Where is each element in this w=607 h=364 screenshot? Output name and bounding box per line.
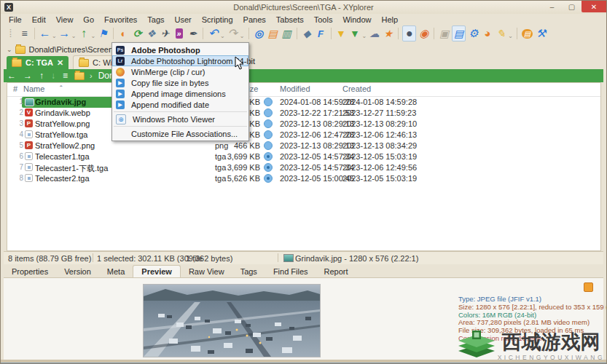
forward-dropdown[interactable]: ⌄ xyxy=(71,33,77,39)
tab-report[interactable]: Report xyxy=(316,266,356,277)
preview-corner-button[interactable] xyxy=(584,282,593,292)
menu-help[interactable]: Help xyxy=(377,15,404,25)
tab-tags[interactable]: Tags xyxy=(232,266,265,277)
menu-item-copy-file-size[interactable]: ▶ Copy file size in bytes xyxy=(112,77,248,88)
tag-circle-icon[interactable] xyxy=(264,119,273,128)
panes-button[interactable]: ▣ xyxy=(438,26,450,41)
highlights-button[interactable]: ★ xyxy=(382,26,394,41)
copy-button[interactable]: ▤ xyxy=(267,26,279,41)
tag-circle-icon[interactable] xyxy=(264,174,273,183)
tag-circle-icon[interactable] xyxy=(264,152,273,161)
mirror-button[interactable]: ◐ xyxy=(117,26,130,41)
filter-green-button[interactable]: ▼ xyxy=(349,26,361,41)
stack-button[interactable]: ❖ xyxy=(145,26,157,41)
tag-circle-icon[interactable] xyxy=(264,108,273,117)
settings-button[interactable]: ⚙ xyxy=(467,26,479,41)
redo-button[interactable]: ↷ xyxy=(227,26,239,41)
details-view-button[interactable]: ▤ xyxy=(452,25,466,41)
table-row[interactable]: 7 Telecaster1-下载.tga tga 3,699 KB 2023-1… xyxy=(7,162,600,173)
tree-expander[interactable]: ⌄ xyxy=(7,46,12,53)
tab-find-files[interactable]: Find Files xyxy=(265,266,316,277)
tab-close-icon[interactable]: ✕ xyxy=(57,58,63,68)
fastforward-button[interactable]: » xyxy=(173,26,185,41)
toolbar-menu-button[interactable]: ≡ xyxy=(18,26,31,41)
menu-item-winmerge[interactable]: WinMerge (clip / cur) xyxy=(112,66,248,77)
menu-panes[interactable]: Panes xyxy=(238,15,271,25)
menu-view[interactable]: View xyxy=(51,15,79,25)
column-index[interactable]: # xyxy=(13,84,17,93)
back-dropdown[interactable]: ⌄ xyxy=(52,33,57,39)
table-row[interactable]: 4 StratYellow.tga 8 KB 2023-12-06 12:47:… xyxy=(7,130,600,141)
crumb-up-button[interactable]: ↑ xyxy=(36,71,47,81)
maximize-button[interactable]: ▢ xyxy=(562,1,581,12)
column-name[interactable]: Name xyxy=(23,84,44,93)
menu-scripting[interactable]: Scripting xyxy=(197,15,238,25)
send-button[interactable]: ✈ xyxy=(159,26,171,41)
menu-item-photoshop[interactable]: Ps Adobe Photoshop xyxy=(112,44,248,55)
tab-properties[interactable]: Properties xyxy=(4,266,56,277)
table-row[interactable]: 5 P StratYellow2.png png 466 KB 2023-12-… xyxy=(7,141,600,151)
colors-button[interactable]: ◕ xyxy=(481,26,493,41)
preview-image[interactable] xyxy=(143,284,321,357)
dark-mode-button[interactable]: ● xyxy=(402,25,416,41)
tag-circle-icon[interactable] xyxy=(264,141,273,150)
menu-window[interactable]: Window xyxy=(337,15,376,25)
minimize-button[interactable]: – xyxy=(542,1,562,12)
crumb-back-button[interactable]: ← xyxy=(4,71,20,81)
report-button[interactable]: ▤ xyxy=(521,26,533,41)
menu-item-lightroom[interactable]: Lr Adobe Photoshop Lightroom 64-bit xyxy=(112,55,248,66)
filter-button[interactable]: ▼ xyxy=(335,26,348,41)
menu-tabsets[interactable]: Tabsets xyxy=(271,15,309,25)
filter-dropdown[interactable]: ⌄ xyxy=(362,33,367,39)
location-button[interactable]: ⚑ xyxy=(97,26,109,41)
font-button[interactable]: F xyxy=(315,26,327,41)
menu-file[interactable]: File xyxy=(4,15,27,25)
paste-button[interactable]: ▥ xyxy=(281,26,293,41)
broom-dropdown[interactable]: ⌄ xyxy=(508,33,513,39)
redo-dropdown[interactable]: ⌄ xyxy=(240,33,245,39)
tools-button[interactable]: ⚒ xyxy=(535,26,547,41)
column-created[interactable]: Created xyxy=(342,84,371,93)
menu-tags[interactable]: Tags xyxy=(142,15,169,25)
tab-version[interactable]: Version xyxy=(56,266,99,277)
forward-button[interactable]: → xyxy=(58,26,71,41)
table-row[interactable]: 2 V Grindavik.webp 9 KB 2023-12-22 17:21… xyxy=(7,108,600,119)
refresh-button[interactable]: ⟳ xyxy=(131,26,144,41)
broom-button[interactable]: ✎ xyxy=(495,26,507,41)
menu-item-append-dimensions[interactable]: ▶ Append image dimensions xyxy=(112,88,248,99)
table-row[interactable]: 1 Grindavik.jpg 3 KB 2024-01-08 14:59:28… xyxy=(7,97,600,108)
menu-item-append-date[interactable]: ▶ Append modified date xyxy=(112,99,248,110)
crumb-down-button[interactable]: ↓ xyxy=(47,71,59,81)
toolbar-grip[interactable]: ⁞ xyxy=(4,26,17,41)
search-button[interactable]: ◎ xyxy=(253,26,265,41)
up-dropdown[interactable]: ⌄ xyxy=(90,33,95,39)
tab-raw-view[interactable]: Raw View xyxy=(181,266,232,277)
crumb-menu-button[interactable]: ≡ xyxy=(59,71,71,81)
close-button[interactable]: ✕ xyxy=(581,1,606,12)
menu-user[interactable]: User xyxy=(170,15,197,25)
menu-favorites[interactable]: Favorites xyxy=(99,15,142,25)
tag-circle-icon[interactable] xyxy=(264,130,273,139)
up-button[interactable]: ↑ xyxy=(77,26,90,41)
undo-button[interactable]: ↶ xyxy=(207,26,219,41)
undo-dropdown[interactable]: ⌄ xyxy=(220,33,225,39)
table-row[interactable]: 8 Telecaster2.tga tga 5,626 KB 2023-12-0… xyxy=(7,173,600,184)
tag-circle-icon[interactable] xyxy=(264,98,273,106)
tag-circle-icon[interactable] xyxy=(264,163,273,172)
table-row[interactable]: 3 P StratYellow.png 6 KB 2023-12-13 08:2… xyxy=(7,119,600,130)
crumb-forward-button[interactable]: → xyxy=(20,71,36,81)
edit-button[interactable]: ✒ xyxy=(187,26,199,41)
menu-edit[interactable]: Edit xyxy=(27,15,51,25)
menu-item-customize-associations[interactable]: Customize File Associations... xyxy=(112,128,248,139)
menu-go[interactable]: Go xyxy=(78,15,99,25)
menu-tools[interactable]: Tools xyxy=(309,15,338,25)
ghost-button[interactable]: ☁ xyxy=(368,26,380,41)
menu-item-photo-viewer[interactable]: ◎ Windows Photo Viewer xyxy=(112,114,248,124)
table-row[interactable]: 6 Telecaster1.tga tga 3,699 KB 2023-12-0… xyxy=(7,151,600,162)
tab-meta[interactable]: Meta xyxy=(99,266,133,277)
column-modified[interactable]: Modified xyxy=(280,84,310,93)
back-button[interactable]: ← xyxy=(39,26,51,41)
tab-tga[interactable]: C: TGA ✕ xyxy=(7,56,68,69)
tab-preview[interactable]: Preview xyxy=(133,265,181,277)
ball-button[interactable]: ◉ xyxy=(418,26,430,41)
